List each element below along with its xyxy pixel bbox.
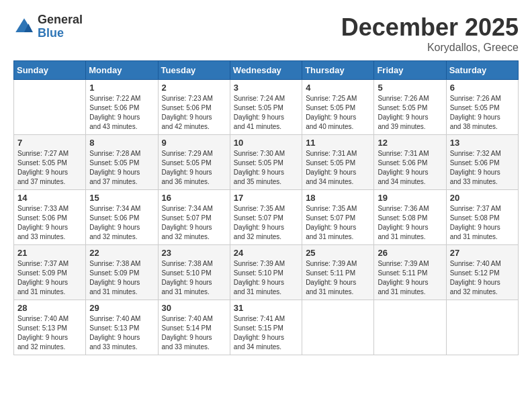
day-number: 10 bbox=[234, 138, 298, 148]
day-number: 7 bbox=[17, 138, 82, 148]
day-info: Sunrise: 7:30 AM Sunset: 5:05 PM Dayligh… bbox=[234, 149, 298, 187]
day-number: 1 bbox=[89, 83, 154, 93]
calendar-cell: 29Sunrise: 7:40 AM Sunset: 5:13 PM Dayli… bbox=[86, 300, 158, 355]
calendar-cell: 28Sunrise: 7:40 AM Sunset: 5:13 PM Dayli… bbox=[14, 300, 86, 355]
calendar-cell: 16Sunrise: 7:34 AM Sunset: 5:07 PM Dayli… bbox=[158, 190, 230, 245]
calendar-table: SundayMondayTuesdayWednesdayThursdayFrid… bbox=[13, 60, 519, 355]
day-number: 4 bbox=[306, 83, 370, 93]
day-info: Sunrise: 7:37 AM Sunset: 5:08 PM Dayligh… bbox=[450, 204, 515, 242]
calendar-week-row: 14Sunrise: 7:33 AM Sunset: 5:06 PM Dayli… bbox=[14, 190, 519, 245]
calendar-cell: 22Sunrise: 7:38 AM Sunset: 5:09 PM Dayli… bbox=[86, 245, 158, 300]
day-number: 14 bbox=[17, 193, 82, 203]
calendar-cell: 13Sunrise: 7:32 AM Sunset: 5:06 PM Dayli… bbox=[446, 135, 518, 190]
day-number: 13 bbox=[450, 138, 515, 148]
calendar-header-monday: Monday bbox=[86, 61, 158, 80]
day-info: Sunrise: 7:24 AM Sunset: 5:05 PM Dayligh… bbox=[234, 94, 298, 132]
calendar-header-wednesday: Wednesday bbox=[230, 61, 302, 80]
day-number: 27 bbox=[450, 248, 515, 258]
day-number: 11 bbox=[306, 138, 370, 148]
calendar-cell: 4Sunrise: 7:25 AM Sunset: 5:05 PM Daylig… bbox=[302, 80, 374, 135]
day-number: 12 bbox=[378, 138, 442, 148]
day-number: 9 bbox=[162, 138, 226, 148]
calendar-cell: 21Sunrise: 7:37 AM Sunset: 5:09 PM Dayli… bbox=[14, 245, 86, 300]
day-info: Sunrise: 7:39 AM Sunset: 5:11 PM Dayligh… bbox=[378, 259, 442, 297]
calendar-cell: 26Sunrise: 7:39 AM Sunset: 5:11 PM Dayli… bbox=[374, 245, 446, 300]
calendar-cell: 19Sunrise: 7:36 AM Sunset: 5:08 PM Dayli… bbox=[374, 190, 446, 245]
day-info: Sunrise: 7:23 AM Sunset: 5:06 PM Dayligh… bbox=[162, 94, 226, 132]
day-number: 24 bbox=[234, 248, 298, 258]
day-number: 23 bbox=[162, 248, 226, 258]
calendar-cell: 7Sunrise: 7:27 AM Sunset: 5:05 PM Daylig… bbox=[14, 135, 86, 190]
day-number: 2 bbox=[162, 83, 226, 93]
day-number: 8 bbox=[89, 138, 154, 148]
day-number: 28 bbox=[17, 303, 82, 313]
calendar-week-row: 21Sunrise: 7:37 AM Sunset: 5:09 PM Dayli… bbox=[14, 245, 519, 300]
day-info: Sunrise: 7:26 AM Sunset: 5:05 PM Dayligh… bbox=[450, 94, 515, 132]
page-header: General Blue December 2025 Korydallos, G… bbox=[13, 13, 519, 54]
calendar-header-thursday: Thursday bbox=[302, 61, 374, 80]
logo: General Blue bbox=[13, 13, 83, 40]
day-info: Sunrise: 7:35 AM Sunset: 5:07 PM Dayligh… bbox=[306, 204, 370, 242]
day-number: 15 bbox=[89, 193, 154, 203]
calendar-cell: 11Sunrise: 7:31 AM Sunset: 5:05 PM Dayli… bbox=[302, 135, 374, 190]
calendar-week-row: 1Sunrise: 7:22 AM Sunset: 5:06 PM Daylig… bbox=[14, 80, 519, 135]
day-info: Sunrise: 7:39 AM Sunset: 5:11 PM Dayligh… bbox=[306, 259, 370, 297]
day-number: 26 bbox=[378, 248, 442, 258]
day-info: Sunrise: 7:35 AM Sunset: 5:07 PM Dayligh… bbox=[234, 204, 298, 242]
day-number: 29 bbox=[89, 303, 154, 313]
calendar-cell: 2Sunrise: 7:23 AM Sunset: 5:06 PM Daylig… bbox=[158, 80, 230, 135]
calendar-cell: 18Sunrise: 7:35 AM Sunset: 5:07 PM Dayli… bbox=[302, 190, 374, 245]
calendar-week-row: 28Sunrise: 7:40 AM Sunset: 5:13 PM Dayli… bbox=[14, 300, 519, 355]
day-info: Sunrise: 7:32 AM Sunset: 5:06 PM Dayligh… bbox=[450, 149, 515, 187]
day-info: Sunrise: 7:37 AM Sunset: 5:09 PM Dayligh… bbox=[17, 259, 82, 297]
day-info: Sunrise: 7:34 AM Sunset: 5:07 PM Dayligh… bbox=[162, 204, 226, 242]
calendar-cell: 20Sunrise: 7:37 AM Sunset: 5:08 PM Dayli… bbox=[446, 190, 518, 245]
day-number: 19 bbox=[378, 193, 442, 203]
calendar-cell: 25Sunrise: 7:39 AM Sunset: 5:11 PM Dayli… bbox=[302, 245, 374, 300]
calendar-cell: 14Sunrise: 7:33 AM Sunset: 5:06 PM Dayli… bbox=[14, 190, 86, 245]
calendar-cell bbox=[302, 300, 374, 355]
day-info: Sunrise: 7:29 AM Sunset: 5:05 PM Dayligh… bbox=[162, 149, 226, 187]
day-number: 30 bbox=[162, 303, 226, 313]
title-area: December 2025 Korydallos, Greece bbox=[341, 13, 519, 54]
day-number: 22 bbox=[89, 248, 154, 258]
day-number: 3 bbox=[234, 83, 298, 93]
day-info: Sunrise: 7:27 AM Sunset: 5:05 PM Dayligh… bbox=[17, 149, 82, 187]
day-info: Sunrise: 7:31 AM Sunset: 5:05 PM Dayligh… bbox=[306, 149, 370, 187]
calendar-cell bbox=[14, 80, 86, 135]
calendar-cell: 6Sunrise: 7:26 AM Sunset: 5:05 PM Daylig… bbox=[446, 80, 518, 135]
day-info: Sunrise: 7:39 AM Sunset: 5:10 PM Dayligh… bbox=[234, 259, 298, 297]
day-number: 6 bbox=[450, 83, 515, 93]
day-number: 17 bbox=[234, 193, 298, 203]
day-info: Sunrise: 7:25 AM Sunset: 5:05 PM Dayligh… bbox=[306, 94, 370, 132]
calendar-cell: 30Sunrise: 7:40 AM Sunset: 5:14 PM Dayli… bbox=[158, 300, 230, 355]
calendar-cell: 9Sunrise: 7:29 AM Sunset: 5:05 PM Daylig… bbox=[158, 135, 230, 190]
calendar-week-row: 7Sunrise: 7:27 AM Sunset: 5:05 PM Daylig… bbox=[14, 135, 519, 190]
location-title: Korydallos, Greece bbox=[341, 42, 519, 54]
calendar-cell: 17Sunrise: 7:35 AM Sunset: 5:07 PM Dayli… bbox=[230, 190, 302, 245]
day-number: 16 bbox=[162, 193, 226, 203]
day-info: Sunrise: 7:26 AM Sunset: 5:05 PM Dayligh… bbox=[378, 94, 442, 132]
day-info: Sunrise: 7:33 AM Sunset: 5:06 PM Dayligh… bbox=[17, 204, 82, 242]
calendar-header-friday: Friday bbox=[374, 61, 446, 80]
calendar-header-tuesday: Tuesday bbox=[158, 61, 230, 80]
calendar-cell: 1Sunrise: 7:22 AM Sunset: 5:06 PM Daylig… bbox=[86, 80, 158, 135]
calendar-cell: 5Sunrise: 7:26 AM Sunset: 5:05 PM Daylig… bbox=[374, 80, 446, 135]
day-info: Sunrise: 7:31 AM Sunset: 5:06 PM Dayligh… bbox=[378, 149, 442, 187]
logo-text-blue: Blue bbox=[38, 27, 83, 40]
calendar-cell bbox=[374, 300, 446, 355]
day-number: 18 bbox=[306, 193, 370, 203]
calendar-cell: 24Sunrise: 7:39 AM Sunset: 5:10 PM Dayli… bbox=[230, 245, 302, 300]
day-number: 20 bbox=[450, 193, 515, 203]
day-info: Sunrise: 7:38 AM Sunset: 5:09 PM Dayligh… bbox=[89, 259, 154, 297]
calendar-cell: 12Sunrise: 7:31 AM Sunset: 5:06 PM Dayli… bbox=[374, 135, 446, 190]
day-number: 5 bbox=[378, 83, 442, 93]
calendar-cell: 31Sunrise: 7:41 AM Sunset: 5:15 PM Dayli… bbox=[230, 300, 302, 355]
day-info: Sunrise: 7:40 AM Sunset: 5:13 PM Dayligh… bbox=[17, 314, 82, 352]
day-info: Sunrise: 7:22 AM Sunset: 5:06 PM Dayligh… bbox=[89, 94, 154, 132]
calendar-header-row: SundayMondayTuesdayWednesdayThursdayFrid… bbox=[14, 61, 519, 80]
logo-text-general: General bbox=[38, 13, 83, 27]
calendar-cell: 15Sunrise: 7:34 AM Sunset: 5:06 PM Dayli… bbox=[86, 190, 158, 245]
calendar-header-sunday: Sunday bbox=[14, 61, 86, 80]
calendar-cell bbox=[446, 300, 518, 355]
